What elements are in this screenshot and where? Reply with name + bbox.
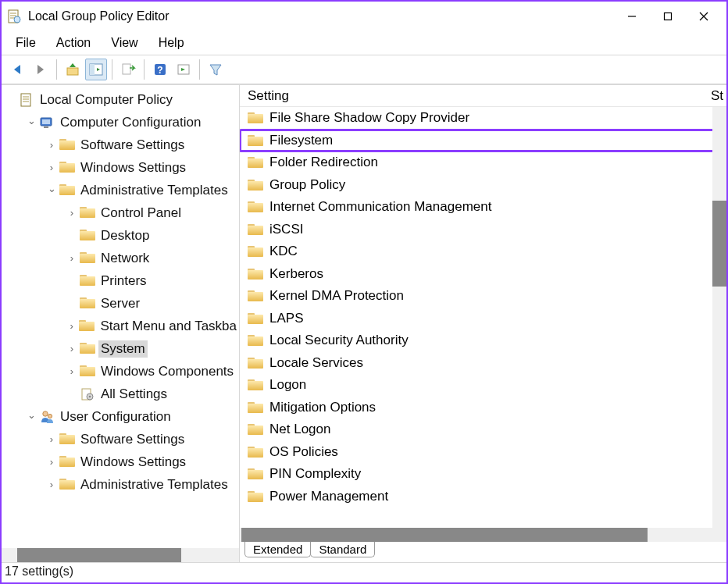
maximize-button[interactable] [650,5,686,28]
expand-icon[interactable]: › [66,207,78,219]
up-button[interactable] [62,59,84,80]
tree-node-label: Network [98,250,152,267]
tab-extended[interactable]: Extended [244,542,311,557]
list-item-label: Internet Communication Management [269,199,491,215]
column-state[interactable]: St [703,88,726,104]
minimize-button[interactable] [614,5,650,28]
list-item-label: Kernel DMA Protection [269,288,404,304]
tree-horizontal-scrollbar[interactable] [2,548,239,562]
list-item[interactable]: Kerberos [240,263,726,286]
list-item[interactable]: Internet Communication Management [240,196,726,219]
tree-node[interactable]: ›Network [2,247,239,269]
svg-rect-12 [123,64,130,74]
titlebar: Local Group Policy Editor [2,2,726,31]
forward-button[interactable] [30,59,52,80]
back-button[interactable] [6,59,28,80]
tree-node[interactable]: ⌄Computer Configuration [2,111,239,134]
expand-icon[interactable]: › [66,343,78,354]
list-item[interactable]: PIN Complexity [240,463,726,486]
folder-icon [248,333,263,347]
tree-node[interactable]: ›Administrative Templates [2,473,239,496]
folder-icon [59,454,75,470]
list-item[interactable]: OS Policies [240,441,726,464]
list-item[interactable]: Net Logon [240,418,726,441]
folder-icon [80,273,95,289]
list-pane: Setting St File Share Shadow Copy Provid… [240,85,726,562]
svg-text:?: ? [157,65,162,76]
export-button[interactable] [117,59,139,80]
tree-node[interactable]: Desktop [2,224,239,247]
list-item[interactable]: Locale Services [240,352,726,375]
folder-icon [59,432,75,447]
list-item[interactable]: Folder Redirection [240,151,726,174]
list-item[interactable]: iSCSI [240,219,726,241]
tree-node[interactable]: ›System [2,337,239,360]
menu-view[interactable]: View [103,34,145,52]
tree-node[interactable]: ⌄User Configuration [2,405,239,428]
list-item-label: LAPS [269,311,303,326]
tree-node[interactable]: Printers [2,269,239,292]
tree-node[interactable]: ⌄Administrative Templates [2,179,239,201]
list-item-label: Locale Services [269,355,363,371]
tree-node[interactable]: ›Windows Settings [2,156,239,179]
expand-icon[interactable]: › [45,433,58,445]
svg-rect-6 [665,13,672,20]
menu-file[interactable]: File [8,34,44,52]
expand-icon[interactable]: › [66,365,78,377]
svg-rect-21 [42,119,50,124]
list-item[interactable]: Mitigation Options [240,397,726,419]
tree-node-label: System [98,340,148,358]
tree-node[interactable]: ›Windows Components [2,360,239,383]
svg-point-4 [14,16,20,23]
tree-node[interactable]: ›Control Panel [2,201,239,224]
expand-icon[interactable]: › [66,320,77,332]
properties-button[interactable] [173,59,194,80]
toolbar-separator [112,59,112,80]
show-hide-tree-button[interactable] [85,59,107,80]
list-item[interactable]: Filesystem [240,130,726,152]
list-item[interactable]: Kernel DMA Protection [240,285,726,308]
folder-icon [80,341,95,357]
tree[interactable]: Local Computer Policy⌄Computer Configura… [2,85,239,548]
tree-node-label: Start Menu and Taskba [98,318,239,335]
tree-node[interactable]: ›Start Menu and Taskba [2,315,239,337]
list-vertical-scrollbar[interactable] [712,107,726,528]
tree-node[interactable]: Server [2,292,239,315]
folder-icon [248,401,263,415]
tree-node[interactable]: ›Windows Settings [2,450,239,473]
tree-node[interactable]: All Settings [2,383,239,405]
expand-icon[interactable]: › [45,456,58,468]
help-button[interactable]: ? [149,59,171,80]
menu-help[interactable]: Help [151,34,192,52]
toolbar-separator [144,59,145,80]
tree-node[interactable]: Local Computer Policy [2,88,239,111]
folder-icon [248,244,263,258]
folder-icon [80,205,95,221]
tree-node[interactable]: ›Software Settings [2,134,239,156]
tree-node-label: Administrative Templates [78,182,230,199]
expand-icon[interactable]: › [45,162,58,173]
filter-button[interactable] [205,59,227,80]
expand-icon[interactable]: › [45,479,58,490]
list-item[interactable]: File Share Shadow Copy Provider [240,107,726,130]
collapse-icon[interactable]: ⌄ [25,115,37,126]
tree-node[interactable]: ›Software Settings [2,428,239,450]
list-item[interactable]: KDC [240,240,726,263]
list-item[interactable]: Logon [240,374,726,397]
tab-standard[interactable]: Standard [310,542,375,557]
list-item[interactable]: Local Security Authority [240,329,726,352]
list-item[interactable]: Group Policy [240,174,726,197]
column-setting[interactable]: Setting [240,88,703,104]
expand-icon[interactable]: › [66,252,78,264]
tree-node-label: Printers [98,272,149,290]
close-button[interactable] [686,5,722,28]
list-item[interactable]: Power Management [240,486,726,508]
list-horizontal-scrollbar[interactable] [240,528,726,542]
list-item-label: Logon [269,377,306,393]
expand-icon[interactable]: › [45,139,58,151]
collapse-icon[interactable]: ⌄ [25,409,37,421]
collapse-icon[interactable]: ⌄ [45,183,58,194]
menu-action[interactable]: Action [48,34,98,52]
list-item[interactable]: LAPS [240,308,726,330]
list-header[interactable]: Setting St [240,85,726,107]
